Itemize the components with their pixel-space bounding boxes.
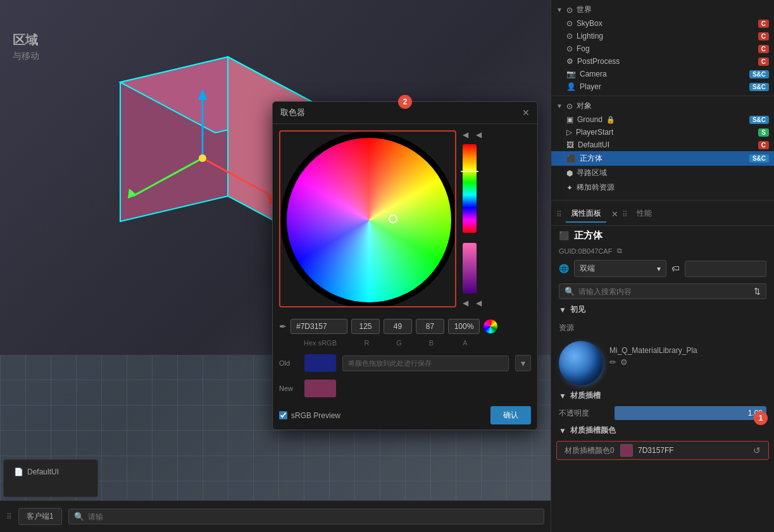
object-label: 对象	[577, 101, 592, 111]
tab-performance[interactable]: 性能	[632, 206, 657, 223]
srgb-checkbox-input[interactable]	[279, 411, 287, 419]
opacity-bar[interactable]: 1.00	[615, 406, 766, 420]
edit-icon[interactable]: ✏	[609, 357, 616, 367]
preview-bar	[463, 243, 477, 294]
search-bar[interactable]: 🔍	[68, 509, 544, 524]
material-color-arrow[interactable]: ▼	[559, 426, 566, 435]
alpha-right-arrow[interactable]: ◀	[476, 299, 482, 307]
divider-2	[551, 200, 774, 201]
addresource-icon: ✦	[566, 183, 573, 192]
a-label: A	[449, 339, 481, 347]
hue-right-arrow[interactable]: ◀	[476, 130, 482, 139]
tree-item-cube[interactable]: ⬛ 正方体 S&C	[551, 151, 774, 166]
properties-close-icon[interactable]: ✕	[611, 209, 618, 219]
props-search-input[interactable]	[578, 287, 750, 296]
tree-item-player[interactable]: 👤 Player S&C	[551, 80, 774, 93]
globe-icon: 🌐	[559, 264, 569, 273]
close-icon[interactable]: ✕	[522, 108, 530, 118]
camera-icon: 📷	[566, 70, 576, 78]
section-initial-arrow[interactable]: ▼	[559, 306, 566, 314]
playerstart-icon: ▷	[566, 128, 572, 137]
world-collapse-arrow[interactable]: ▼	[556, 6, 563, 13]
a-input[interactable]	[448, 319, 480, 334]
hue-left-arrow[interactable]: ◀	[463, 130, 468, 139]
confirm-button[interactable]: 确认	[490, 406, 531, 424]
r-input[interactable]	[351, 319, 380, 334]
settings-icon[interactable]: ⚙	[620, 357, 628, 367]
g-label: G	[385, 339, 413, 347]
viewport-sublabel: 与移动	[13, 51, 39, 62]
search-icon: 🔍	[74, 512, 84, 521]
tag-input[interactable]	[685, 261, 767, 277]
tree-item-lighting[interactable]: ⊙ Lighting C	[551, 30, 774, 42]
endpoint-dropdown[interactable]: 双端 ▾	[574, 260, 666, 277]
defaultui-item[interactable]: 📄 DefaultUI	[9, 465, 92, 479]
material-slot-label: 材质插槽	[570, 390, 601, 401]
section-initial: ▼ 初见	[551, 302, 774, 318]
resource-label: 资源	[559, 323, 609, 333]
copy-icon[interactable]: ⧉	[617, 247, 622, 255]
fog-icon: ⊙	[566, 44, 573, 53]
color-swatch[interactable]	[620, 444, 633, 457]
tree-item-playerstart[interactable]: ▷ PlayerStart S	[551, 126, 774, 139]
alpha-left-arrow[interactable]: ◀	[463, 299, 468, 307]
player-icon: 👤	[566, 82, 576, 91]
player-tag: S&C	[749, 83, 769, 91]
tree-item-skybox[interactable]: ⊙ SkyBox C	[551, 17, 774, 30]
color-mode-button[interactable]	[484, 319, 497, 333]
input-row: ✒	[273, 314, 537, 339]
svg-point-13	[284, 135, 454, 306]
new-color-row: New	[273, 376, 537, 401]
b-channel	[416, 319, 444, 334]
input-labels-row: Hex sRGB R G B A	[273, 339, 537, 350]
tab-properties[interactable]: 属性面板	[566, 206, 606, 223]
srgb-checkbox[interactable]: sRGB Preview	[279, 411, 340, 420]
camera-tag: S&C	[749, 70, 769, 78]
skybox-label: SkyBox	[577, 19, 602, 28]
object-collapse-arrow[interactable]: ▼	[556, 102, 563, 109]
right-panel: ▼ ⊙ 世界 ⊙ SkyBox C ⊙ Lighting C ⊙ Fog C ⚙…	[551, 0, 774, 532]
section-material-slot: ▼ 材质插槽	[551, 388, 774, 404]
grid-dots-icon: ⠿	[556, 210, 562, 219]
material-slot-arrow[interactable]: ▼	[559, 392, 566, 400]
divider-1	[551, 96, 774, 96]
new-color-swatch	[304, 380, 336, 397]
tree-item-camera[interactable]: 📷 Camera S&C	[551, 68, 774, 80]
reset-icon[interactable]: ↺	[753, 445, 761, 455]
srgb-label: sRGB Preview	[291, 411, 340, 420]
dialog-bottom: sRGB Preview 确认	[273, 401, 537, 430]
cube-icon: ⬛	[566, 154, 576, 163]
client-tab[interactable]: 客户端1	[18, 508, 62, 525]
b-input[interactable]	[416, 319, 444, 334]
hex-input[interactable]	[290, 319, 347, 334]
tree-item-postprocess[interactable]: ⚙ PostProcess C	[551, 55, 774, 68]
tree-item-defaultui[interactable]: 🖼 DefaultUI C	[551, 139, 774, 151]
tree-item-ground[interactable]: ▣ Ground 🔒 S&C	[551, 113, 774, 126]
hue-slider[interactable]	[463, 144, 477, 233]
guid-value: GUID:0B047CAF	[559, 247, 612, 255]
b-label: B	[417, 339, 446, 347]
scene-tree: ▼ ⊙ 世界 ⊙ SkyBox C ⊙ Lighting C ⊙ Fog C ⚙…	[551, 0, 774, 197]
tree-item-fog[interactable]: ⊙ Fog C	[551, 42, 774, 55]
opacity-label: 不透明度	[559, 408, 609, 419]
new-label: New	[279, 385, 298, 392]
hex-label: Hex sRGB	[292, 339, 349, 347]
cube-label: 正方体	[580, 153, 602, 164]
tree-item-navarea[interactable]: ⬢ 寻路区域	[551, 166, 774, 180]
g-input[interactable]	[384, 319, 412, 334]
playerstart-tag: S	[758, 128, 769, 137]
search-input[interactable]	[88, 512, 539, 521]
lock-icon: 🔒	[606, 116, 615, 124]
color-slot-label: 材质插槽颜色0	[565, 445, 615, 456]
props-title: 正方体	[574, 230, 602, 242]
defaultui-label: DefaultUI	[27, 467, 59, 476]
color-wheel-area: ◀ ◀ ◀ ◀	[273, 124, 537, 314]
save-dropdown-button[interactable]: ▾	[515, 355, 531, 371]
g-channel	[384, 319, 412, 334]
eyedrop-icon[interactable]: ✒	[279, 321, 287, 331]
old-new-row: Old 将颜色拖放到此处进行保存 ▾	[273, 350, 537, 376]
material-color-label: 材质插槽颜色	[570, 425, 616, 436]
lighting-icon: ⊙	[566, 32, 573, 40]
tree-item-addresource[interactable]: ✦ 稀加斡资源	[551, 180, 774, 195]
color-wheel-container[interactable]	[279, 130, 456, 307]
